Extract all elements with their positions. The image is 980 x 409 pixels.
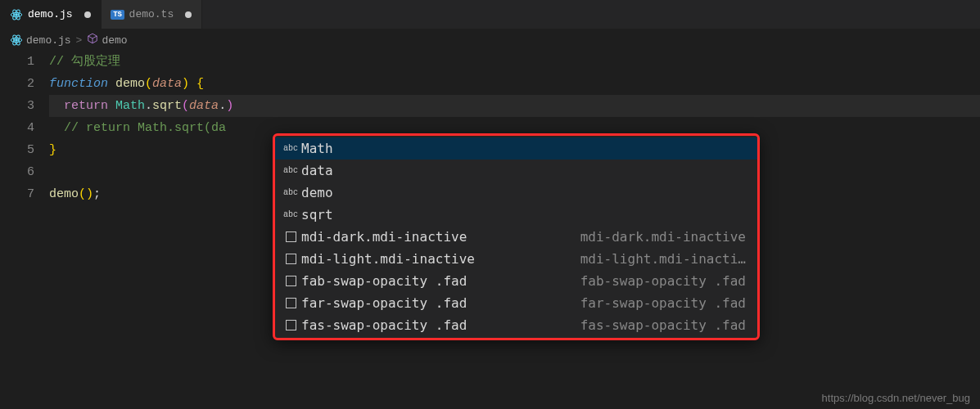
- dirty-dot-icon: [84, 11, 91, 18]
- autocomplete-item[interactable]: fas-swap-opacity .fadfas-swap-opacity .f…: [275, 314, 757, 336]
- line-number: 4: [0, 117, 34, 139]
- autocomplete-label: fab-swap-opacity .fad: [301, 273, 467, 289]
- autocomplete-label: data: [301, 163, 333, 178]
- autocomplete-detail: far-swap-opacity .fad: [580, 295, 752, 311]
- breadcrumb-file-label: demo.js: [26, 34, 71, 47]
- autocomplete-label: fas-swap-opacity .fad: [301, 317, 467, 333]
- kind-snippet-icon: [280, 254, 301, 264]
- autocomplete-label: Math: [301, 141, 333, 156]
- autocomplete-detail: fas-swap-opacity .fad: [580, 317, 752, 333]
- tab-label: demo.js: [28, 8, 73, 20]
- autocomplete-item[interactable]: mdi-dark.mdi-inactivemdi-dark.mdi-inacti…: [275, 226, 757, 248]
- breadcrumb-file[interactable]: demo.js: [10, 34, 71, 47]
- autocomplete-item[interactable]: abcMath: [275, 137, 757, 160]
- watermark: https://blog.csdn.net/never_bug: [822, 392, 970, 404]
- line-number: 5: [0, 139, 34, 161]
- autocomplete-item[interactable]: abcdemo: [275, 182, 757, 204]
- line-number: 6: [0, 161, 34, 183]
- react-icon: [10, 8, 23, 21]
- autocomplete-item[interactable]: mdi-light.mdi-inactivemdi-light.mdi-inac…: [275, 248, 757, 270]
- react-icon: [10, 34, 23, 47]
- kind-snippet-icon: [280, 320, 301, 330]
- dirty-dot-icon: [185, 11, 192, 18]
- kind-text-icon: abc: [280, 166, 301, 175]
- autocomplete-item[interactable]: far-swap-opacity .fadfar-swap-opacity .f…: [275, 292, 757, 314]
- kind-text-icon: abc: [280, 144, 301, 153]
- autocomplete-item[interactable]: abcsqrt: [275, 204, 757, 226]
- autocomplete-detail: fab-swap-opacity .fad: [580, 273, 752, 289]
- svg-point-4: [16, 39, 18, 42]
- kind-snippet-icon: [280, 231, 301, 242]
- kind-text-icon: abc: [280, 210, 301, 219]
- tab-demo-js[interactable]: demo.js: [0, 0, 102, 29]
- kind-snippet-icon: [280, 298, 301, 308]
- kind-snippet-icon: [280, 276, 301, 286]
- tab-demo-ts[interactable]: TSdemo.ts: [102, 0, 203, 29]
- line-number: 3: [0, 95, 34, 117]
- autocomplete-detail: mdi-dark.mdi-inactive: [580, 229, 752, 245]
- autocomplete-label: mdi-dark.mdi-inactive: [301, 229, 467, 245]
- cube-icon: [87, 33, 98, 47]
- breadcrumb-symbol-label: demo: [102, 34, 127, 47]
- autocomplete-detail: mdi-light.mdi-inacti…: [580, 251, 752, 267]
- autocomplete-label: demo: [301, 185, 333, 200]
- autocomplete-item[interactable]: fab-swap-opacity .fadfab-swap-opacity .f…: [275, 270, 757, 292]
- code-line[interactable]: function demo(data) {: [49, 73, 980, 95]
- svg-point-0: [16, 13, 18, 16]
- tabs-bar: demo.jsTSdemo.ts: [0, 0, 980, 29]
- autocomplete-label: sqrt: [301, 207, 333, 222]
- code-line[interactable]: return Math.sqrt(data.): [49, 95, 980, 117]
- line-number: 7: [0, 183, 34, 205]
- breadcrumb-sep: >: [76, 34, 83, 47]
- code-line[interactable]: // 勾股定理: [49, 51, 980, 73]
- line-gutter: 1234567: [0, 51, 49, 205]
- ts-icon: TS: [111, 8, 124, 21]
- tab-label: demo.ts: [129, 8, 174, 20]
- autocomplete-label: mdi-light.mdi-inactive: [301, 251, 475, 267]
- line-number: 2: [0, 73, 34, 95]
- kind-text-icon: abc: [280, 188, 301, 197]
- breadcrumb-symbol[interactable]: demo: [87, 33, 127, 47]
- autocomplete-label: far-swap-opacity .fad: [301, 295, 467, 311]
- breadcrumbs: demo.js > demo: [0, 29, 980, 51]
- autocomplete-popup[interactable]: abcMathabcdataabcdemoabcsqrtmdi-dark.mdi…: [273, 133, 760, 340]
- autocomplete-item[interactable]: abcdata: [275, 160, 757, 182]
- line-number: 1: [0, 51, 34, 73]
